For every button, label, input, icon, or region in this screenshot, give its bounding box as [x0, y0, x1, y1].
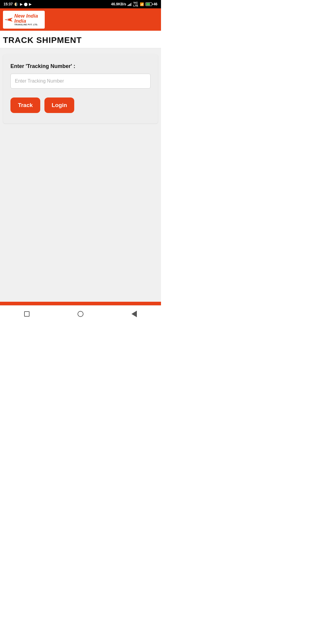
logo-text-new: New India — [14, 13, 38, 18]
logo-content: New India India TRANSLINE PVT. LTD. — [4, 13, 44, 26]
tracking-form-card: Enter 'Tracking Number' : Track Login — [3, 54, 158, 123]
logo-text-india: India — [14, 18, 38, 24]
main-content: Enter 'Tracking Number' : Track Login — [0, 48, 161, 302]
plane-icon — [4, 16, 13, 23]
page-title-bar: TRACK SHIPMENT — [0, 31, 161, 48]
tracking-number-input[interactable] — [10, 74, 151, 89]
page-title: TRACK SHIPMENT — [3, 35, 158, 45]
status-icon-media: ▶ — [20, 2, 22, 6]
tracking-label: Enter 'Tracking Number' : — [10, 63, 151, 69]
battery-percent: 46 — [154, 2, 157, 6]
app-header: New India India TRANSLINE PVT. LTD. — [0, 8, 161, 31]
status-icon-moon: 🌗 — [14, 2, 18, 6]
bottom-bar — [0, 302, 161, 305]
nav-triangle-icon — [131, 311, 137, 317]
signal-icon — [128, 2, 132, 6]
wifi-icon: 📶 — [140, 2, 144, 6]
nav-back-button[interactable] — [129, 309, 140, 319]
status-time: 15:37 — [4, 2, 13, 6]
status-bar-right: 46.9KB/s Vo)LTE 📶 46 — [111, 1, 157, 7]
login-button[interactable]: Login — [44, 97, 74, 113]
lte-icon: Vo)LTE — [133, 1, 138, 7]
nav-home-button[interactable] — [75, 309, 86, 319]
nav-circle-icon — [78, 311, 83, 317]
button-row: Track Login — [10, 97, 151, 113]
android-nav-bar — [0, 305, 161, 322]
nav-square-icon — [24, 311, 30, 317]
nav-recents-button[interactable] — [21, 309, 32, 319]
status-icon-arrow: ▶ — [29, 2, 31, 6]
status-icon-circle: ⬤ — [24, 2, 27, 6]
status-bar: 15:37 🌗 ▶ ⬤ ▶ 46.9KB/s Vo)LTE 📶 46 — [0, 0, 161, 8]
battery-icon — [145, 2, 152, 6]
status-bar-left: 15:37 🌗 ▶ ⬤ ▶ — [4, 2, 31, 6]
status-speed: 46.9KB/s — [111, 2, 126, 6]
logo-container: New India India TRANSLINE PVT. LTD. — [3, 11, 45, 29]
logo-tagline: TRANSLINE PVT. LTD. — [14, 24, 38, 26]
track-button[interactable]: Track — [10, 97, 40, 113]
